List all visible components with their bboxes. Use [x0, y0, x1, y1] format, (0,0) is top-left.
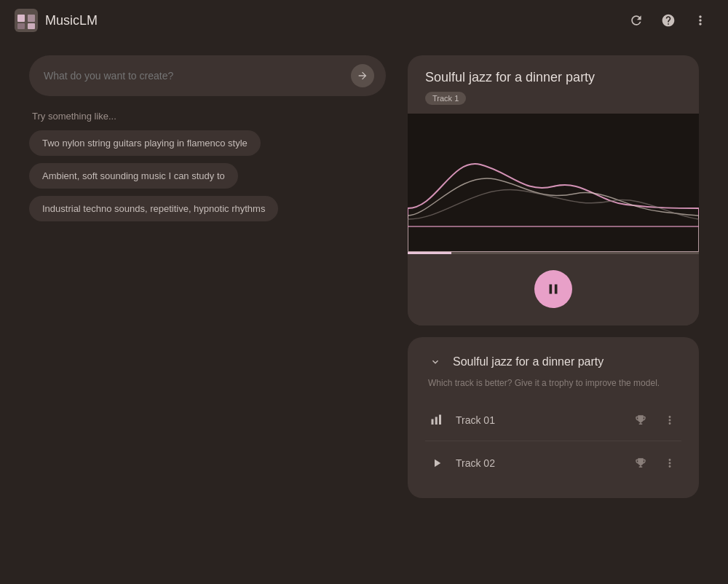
collapse-button[interactable]: [425, 352, 446, 372]
header-right: [623, 7, 713, 33]
app-title: MusicLM: [45, 13, 98, 28]
search-input[interactable]: [44, 70, 351, 82]
help-icon: [661, 13, 676, 28]
main-layout: Try something like... Two nylon string g…: [0, 41, 728, 584]
track-02-name: Track 02: [456, 457, 629, 469]
more-icon: [693, 13, 708, 28]
svg-rect-2: [28, 15, 35, 22]
comparison-card: Soulful jazz for a dinner party Which tr…: [408, 337, 699, 498]
pause-icon: [545, 281, 561, 297]
more-vert-icon-2: [663, 457, 676, 470]
suggestion-chip-1[interactable]: Ambient, soft sounding music I can study…: [29, 163, 238, 189]
comparison-subtitle: Which track is better? Give it a trophy …: [425, 378, 681, 388]
more-options-button[interactable]: [687, 7, 713, 33]
controls-area: [408, 259, 699, 325]
logo-icon: [15, 9, 38, 32]
player-header: Soulful jazz for a dinner party Track 1: [408, 55, 699, 114]
track-01-name: Track 01: [456, 414, 629, 426]
progress-bar-bg: [408, 252, 699, 254]
track-02-play-icon: [425, 451, 448, 475]
svg-rect-9: [439, 415, 441, 425]
svg-rect-8: [435, 417, 438, 425]
bars-icon: [430, 414, 443, 427]
svg-rect-1: [17, 15, 25, 22]
track-list: Track 01: [425, 400, 681, 484]
chevron-icon: [430, 356, 441, 368]
track-02-trophy-button[interactable]: [629, 451, 652, 475]
svg-rect-4: [28, 23, 35, 29]
waveform-svg: [408, 114, 699, 252]
track-row-01: Track 01: [425, 400, 681, 441]
progress-bar-fill: [408, 252, 451, 254]
right-panel: Soulful jazz for a dinner party Track 1: [408, 41, 699, 584]
refresh-icon: [629, 13, 644, 28]
comparison-header: Soulful jazz for a dinner party: [425, 352, 681, 372]
comparison-title: Soulful jazz for a dinner party: [453, 355, 604, 368]
track-badge: Track 1: [425, 92, 466, 105]
more-vert-icon: [663, 414, 676, 427]
try-label: Try something like...: [29, 111, 386, 122]
svg-rect-7: [432, 419, 434, 425]
svg-rect-3: [17, 23, 25, 29]
player-title: Soulful jazz for a dinner party: [425, 70, 681, 85]
arrow-icon: [357, 70, 368, 82]
header: MusicLM: [0, 0, 728, 41]
suggestion-chips: Two nylon string guitars playing in flam…: [29, 130, 386, 221]
svg-rect-5: [408, 114, 699, 252]
track-01-more-button[interactable]: [658, 409, 681, 432]
help-button[interactable]: [655, 7, 681, 33]
search-submit-button[interactable]: [351, 64, 374, 87]
search-box: [29, 55, 386, 96]
suggestion-chip-0[interactable]: Two nylon string guitars playing in flam…: [29, 130, 261, 156]
suggestion-chip-2[interactable]: Industrial techno sounds, repetitive, hy…: [29, 196, 278, 221]
track-row-02: Track 02: [425, 443, 681, 484]
waveform-container: [408, 114, 699, 252]
play-icon: [430, 457, 443, 470]
header-left: MusicLM: [15, 9, 98, 32]
progress-area[interactable]: [408, 252, 699, 259]
track-01-bars-icon: [425, 409, 448, 432]
track-02-more-button[interactable]: [658, 451, 681, 475]
player-card: Soulful jazz for a dinner party Track 1: [408, 55, 699, 325]
trophy-icon-2: [634, 457, 647, 470]
trophy-icon: [634, 414, 647, 427]
refresh-button[interactable]: [623, 7, 649, 33]
track-02-actions: [629, 451, 681, 475]
track-01-trophy-button[interactable]: [629, 409, 652, 432]
track-01-actions: [629, 409, 681, 432]
left-panel: Try something like... Two nylon string g…: [29, 41, 408, 584]
pause-button[interactable]: [534, 270, 572, 308]
